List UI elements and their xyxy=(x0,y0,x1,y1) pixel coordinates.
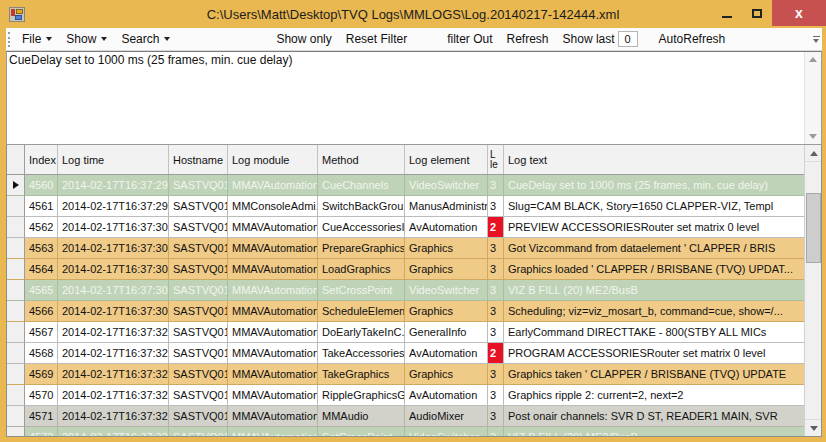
row-selector-cell[interactable] xyxy=(7,259,25,280)
cell-method: TakeAccessories.. xyxy=(318,343,405,364)
header-log-module[interactable]: Log module xyxy=(228,145,318,174)
row-selector-cell[interactable] xyxy=(7,364,25,385)
cell-log-time: 2014-02-17T16:37:30... xyxy=(58,217,169,238)
row-selector-cell[interactable] xyxy=(7,280,25,301)
cell-hostname: SASTVQ01 xyxy=(169,364,228,385)
table-row[interactable]: 4561 2014-02-17T16:37:29... SASTVQ01 MMC… xyxy=(7,196,804,217)
minimize-icon xyxy=(722,16,732,18)
grid-scrollbar-thumb[interactable] xyxy=(806,193,821,263)
table-row[interactable]: 4563 2014-02-17T16:37:30... SASTVQ01 MMA… xyxy=(7,238,804,259)
cell-log-level: 3 xyxy=(488,280,504,301)
row-selector-cell[interactable] xyxy=(7,406,25,427)
detail-scrollbar[interactable] xyxy=(804,52,821,144)
cell-index: 4565 xyxy=(25,280,58,301)
menu-file[interactable]: File xyxy=(15,28,59,50)
cell-index: 4568 xyxy=(25,343,58,364)
cell-log-element: VideoSwitcher xyxy=(405,175,488,196)
table-row[interactable]: 4569 2014-02-17T16:37:32... SASTVQ01 MMA… xyxy=(7,364,804,385)
show-last-count-input[interactable]: 0 xyxy=(618,31,638,47)
row-selector-cell[interactable] xyxy=(7,322,25,343)
table-row[interactable]: 4560 2014-02-17T16:37:29... SASTVQ01 MMA… xyxy=(7,175,804,196)
header-log-time[interactable]: Log time xyxy=(58,145,169,174)
cell-log-element: AvAutomation xyxy=(405,385,488,406)
row-selector-cell[interactable] xyxy=(7,343,25,364)
cell-hostname: SASTVQ01 xyxy=(169,343,228,364)
show-only-button[interactable]: Show only xyxy=(269,28,338,50)
row-selector-cell[interactable] xyxy=(7,301,25,322)
scroll-up-icon[interactable] xyxy=(809,57,817,62)
cell-log-time: 2014-02-17T16:37:29... xyxy=(58,196,169,217)
table-row[interactable]: 4565 2014-02-17T16:37:30... SASTVQ01 MMA… xyxy=(7,280,804,301)
cell-log-module: MMAVAutomation xyxy=(228,259,318,280)
minimize-button[interactable] xyxy=(712,0,742,26)
titlebar[interactable]: C:\Users\Matt\Desktop\TVQ Logs\MMLOGS\Lo… xyxy=(0,0,826,28)
table-row[interactable]: 4572 2014-02-17T16:37:32... SASTVQ01 MMA… xyxy=(7,427,804,436)
row-selector-cell[interactable] xyxy=(7,175,25,196)
cell-log-level: 3 xyxy=(488,406,504,427)
cell-log-text: Scheduling; viz=viz_mosart_b, command=cu… xyxy=(504,301,804,322)
row-selector-cell[interactable] xyxy=(7,385,25,406)
chevron-down-icon xyxy=(164,37,170,41)
cell-index: 4563 xyxy=(25,238,58,259)
scroll-down-icon[interactable] xyxy=(809,134,817,139)
cell-index: 4566 xyxy=(25,301,58,322)
window-title: C:\Users\Matt\Desktop\TVQ Logs\MMLOGS\Lo… xyxy=(0,7,826,22)
close-button[interactable]: x xyxy=(772,0,826,26)
grid-scroll-down-button[interactable] xyxy=(805,419,822,436)
cell-log-text: EarlyCommand DIRECTTAKE - 800(STBY ALL M… xyxy=(504,322,804,343)
refresh-button[interactable]: Refresh xyxy=(500,28,556,50)
cell-log-level: 3 xyxy=(488,322,504,343)
cell-log-element: Graphics xyxy=(405,238,488,259)
header-index[interactable]: Index xyxy=(25,145,58,174)
cell-log-text: VIZ B FILL (20) ME2/BusB xyxy=(504,427,804,436)
table-row[interactable]: 4567 2014-02-17T16:37:32... SASTVQ01 MMA… xyxy=(7,322,804,343)
cell-index: 4572 xyxy=(25,427,58,436)
cell-method: SetCrossPoint xyxy=(318,427,405,436)
cell-log-module: MMAVAutomation xyxy=(228,406,318,427)
table-row[interactable]: 4571 2014-02-17T16:37:32... SASTVQ01 MMA… xyxy=(7,406,804,427)
reset-filter-button[interactable]: Reset Filter xyxy=(339,28,414,50)
cell-log-module: MMAVAutomation xyxy=(228,175,318,196)
autorefresh-button[interactable]: AutoRefresh xyxy=(652,28,733,50)
table-row[interactable]: 4564 2014-02-17T16:37:30... SASTVQ01 MMA… xyxy=(7,259,804,280)
log-detail-panel[interactable]: CueDelay set to 1000 ms (25 frames, min.… xyxy=(6,51,822,145)
table-row[interactable]: 4562 2014-02-17T16:37:30... SASTVQ01 MMA… xyxy=(7,217,804,238)
row-selector-cell[interactable] xyxy=(7,427,25,436)
header-hostname[interactable]: Hostname xyxy=(169,145,228,174)
filter-out-button[interactable]: filter Out xyxy=(440,28,499,50)
table-row[interactable]: 4570 2014-02-17T16:37:32... SASTVQ01 MMA… xyxy=(7,385,804,406)
cell-log-element: VideoSwitcher xyxy=(405,280,488,301)
row-selector-cell[interactable] xyxy=(7,238,25,259)
toolbar: File Show Search Show only Reset Filter … xyxy=(6,28,822,51)
cell-hostname: SASTVQ01 xyxy=(169,427,228,436)
cell-method: LoadGraphics xyxy=(318,259,405,280)
row-selector-cell[interactable] xyxy=(7,217,25,238)
row-selector-cell[interactable] xyxy=(7,196,25,217)
cell-log-module: MMAVAutomation xyxy=(228,322,318,343)
cell-log-level: 2 xyxy=(488,343,504,364)
cell-method: PrepareGraphics xyxy=(318,238,405,259)
header-log-element[interactable]: Log element xyxy=(405,145,488,174)
show-last-label[interactable]: Show last xyxy=(556,28,618,50)
toolbar-grip[interactable] xyxy=(8,32,11,47)
grid-scroll-up-button[interactable] xyxy=(805,145,822,162)
cell-log-module: MMAVAutomation xyxy=(228,217,318,238)
cell-hostname: SASTVQ01 xyxy=(169,175,228,196)
toolbar-overflow-button[interactable] xyxy=(811,31,821,47)
header-log-level[interactable]: L le xyxy=(488,145,504,174)
log-grid: Index Log time Hostname Log module Metho… xyxy=(6,145,822,437)
header-level-line1: L xyxy=(490,150,496,160)
table-row[interactable]: 4568 2014-02-17T16:37:32... SASTVQ01 MMA… xyxy=(7,343,804,364)
menu-search[interactable]: Search xyxy=(114,28,177,50)
header-log-text[interactable]: Log text xyxy=(504,145,804,174)
cell-hostname: SASTVQ01 xyxy=(169,322,228,343)
cell-log-time: 2014-02-17T16:37:32... xyxy=(58,406,169,427)
cell-log-element: Graphics xyxy=(405,301,488,322)
chevron-down-icon xyxy=(46,37,52,41)
header-method[interactable]: Method xyxy=(318,145,405,174)
cell-log-element: VideoSwitcher xyxy=(405,427,488,436)
maximize-button[interactable] xyxy=(742,0,772,26)
menu-show[interactable]: Show xyxy=(59,28,114,50)
grid-scrollbar[interactable] xyxy=(804,145,821,436)
table-row[interactable]: 4566 2014-02-17T16:37:30... SASTVQ01 MMA… xyxy=(7,301,804,322)
